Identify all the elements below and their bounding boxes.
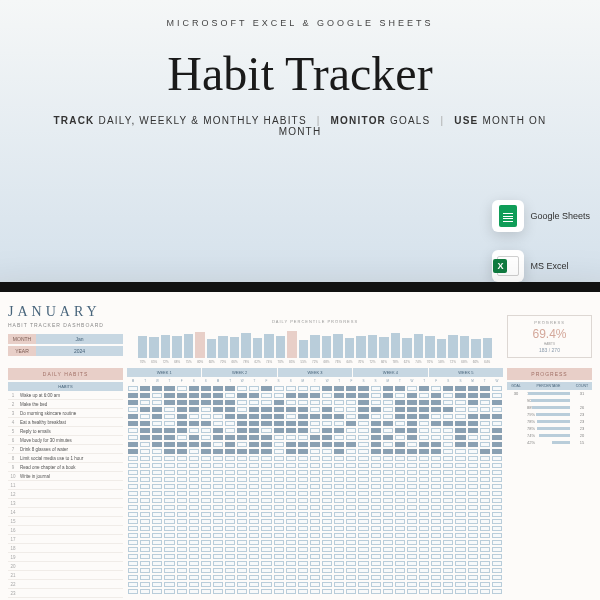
grid-cell[interactable] — [151, 490, 163, 497]
habit-row[interactable]: 6Move body for 30 minutes — [8, 436, 123, 445]
grid-cell[interactable] — [491, 560, 503, 567]
grid-cell[interactable] — [248, 490, 260, 497]
grid-cell[interactable] — [345, 441, 357, 448]
grid-cell[interactable] — [454, 462, 466, 469]
grid-cell[interactable] — [285, 420, 297, 427]
grid-cell[interactable] — [479, 434, 491, 441]
grid-cell[interactable] — [406, 469, 418, 476]
grid-cell[interactable] — [224, 462, 236, 469]
grid-cell[interactable] — [345, 518, 357, 525]
grid-cell[interactable] — [442, 413, 454, 420]
grid-cell[interactable] — [176, 588, 188, 595]
grid-cell[interactable] — [236, 553, 248, 560]
grid-cell[interactable] — [370, 518, 382, 525]
grid-cell[interactable] — [273, 413, 285, 420]
grid-cell[interactable] — [200, 504, 212, 511]
grid-cell[interactable] — [297, 525, 309, 532]
grid-cell[interactable] — [309, 504, 321, 511]
grid-cell[interactable] — [236, 448, 248, 455]
grid-cell[interactable] — [309, 574, 321, 581]
grid-cell[interactable] — [176, 574, 188, 581]
grid-cell[interactable] — [357, 392, 369, 399]
grid-cell[interactable] — [212, 504, 224, 511]
grid-cell[interactable] — [406, 553, 418, 560]
grid-cell[interactable] — [479, 413, 491, 420]
grid-cell[interactable] — [163, 441, 175, 448]
grid-cell[interactable] — [200, 434, 212, 441]
grid-cell[interactable] — [333, 399, 345, 406]
grid-cell[interactable] — [479, 392, 491, 399]
grid-cell[interactable] — [382, 420, 394, 427]
grid-cell[interactable] — [345, 553, 357, 560]
grid-cell[interactable] — [309, 392, 321, 399]
grid-cell[interactable] — [357, 406, 369, 413]
grid-cell[interactable] — [236, 455, 248, 462]
habit-row[interactable]: 3Do morning skincare routine — [8, 409, 123, 418]
grid-cell[interactable] — [321, 462, 333, 469]
grid-cell[interactable] — [345, 504, 357, 511]
grid-cell[interactable] — [297, 420, 309, 427]
grid-cell[interactable] — [491, 413, 503, 420]
grid-cell[interactable] — [430, 420, 442, 427]
grid-cell[interactable] — [176, 469, 188, 476]
grid-cell[interactable] — [224, 448, 236, 455]
grid-cell[interactable] — [394, 483, 406, 490]
grid-cell[interactable] — [357, 469, 369, 476]
grid-cell[interactable] — [321, 539, 333, 546]
grid-cell[interactable] — [321, 574, 333, 581]
grid-cell[interactable] — [406, 532, 418, 539]
grid-cell[interactable] — [248, 434, 260, 441]
grid-cell[interactable] — [236, 399, 248, 406]
grid-cell[interactable] — [442, 406, 454, 413]
grid-cell[interactable] — [212, 399, 224, 406]
grid-cell[interactable] — [454, 546, 466, 553]
grid-cell[interactable] — [382, 539, 394, 546]
grid-cell[interactable] — [491, 406, 503, 413]
grid-cell[interactable] — [479, 497, 491, 504]
grid-cell[interactable] — [430, 413, 442, 420]
grid-cell[interactable] — [430, 455, 442, 462]
grid-cell[interactable] — [151, 469, 163, 476]
grid-cell[interactable] — [260, 392, 272, 399]
grid-cell[interactable] — [309, 490, 321, 497]
grid-cell[interactable] — [297, 574, 309, 581]
grid-cell[interactable] — [212, 476, 224, 483]
grid-cell[interactable] — [285, 497, 297, 504]
grid-cell[interactable] — [188, 518, 200, 525]
grid-cell[interactable] — [248, 413, 260, 420]
grid-cell[interactable] — [321, 476, 333, 483]
grid-cell[interactable] — [297, 434, 309, 441]
grid-cell[interactable] — [236, 490, 248, 497]
grid-cell[interactable] — [127, 567, 139, 574]
grid-cell[interactable] — [418, 511, 430, 518]
grid-cell[interactable] — [442, 483, 454, 490]
habit-row[interactable]: 8Limit social media use to 1 hour — [8, 454, 123, 463]
grid-cell[interactable] — [467, 518, 479, 525]
grid-cell[interactable] — [467, 469, 479, 476]
grid-cell[interactable] — [345, 497, 357, 504]
grid-cell[interactable] — [430, 427, 442, 434]
grid-cell[interactable] — [200, 553, 212, 560]
grid-cell[interactable] — [139, 448, 151, 455]
grid-cell[interactable] — [357, 434, 369, 441]
grid-cell[interactable] — [163, 497, 175, 504]
grid-cell[interactable] — [139, 511, 151, 518]
year-selector[interactable]: YEAR 2024 — [8, 346, 123, 356]
grid-cell[interactable] — [309, 497, 321, 504]
grid-cell[interactable] — [273, 532, 285, 539]
grid-cell[interactable] — [151, 574, 163, 581]
grid-cell[interactable] — [273, 539, 285, 546]
grid-cell[interactable] — [333, 546, 345, 553]
grid-cell[interactable] — [285, 406, 297, 413]
grid-cell[interactable] — [442, 574, 454, 581]
grid-cell[interactable] — [151, 532, 163, 539]
grid-cell[interactable] — [406, 448, 418, 455]
grid-cell[interactable] — [333, 532, 345, 539]
grid-cell[interactable] — [467, 574, 479, 581]
grid-cell[interactable] — [285, 385, 297, 392]
grid-cell[interactable] — [454, 385, 466, 392]
grid-cell[interactable] — [394, 469, 406, 476]
grid-cell[interactable] — [163, 574, 175, 581]
grid-cell[interactable] — [370, 413, 382, 420]
grid-cell[interactable] — [285, 392, 297, 399]
